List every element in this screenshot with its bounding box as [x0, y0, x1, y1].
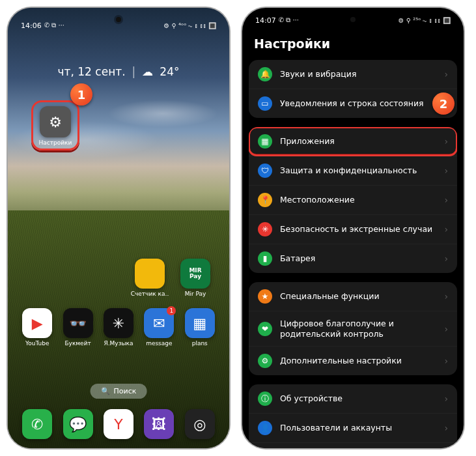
app-Букмейт[interactable]: 👓Букмейт: [59, 308, 98, 347]
weather-temp: 24°: [160, 65, 179, 78]
app-Я.Музыка[interactable]: ✳Я.Музыка: [99, 308, 138, 347]
weather-date: чт, 12 сент.: [58, 65, 126, 78]
app-Счетчик ка..[interactable]: Счетчик ка..: [130, 259, 169, 297]
app-row-1: Счетчик ка..MIR PayMir Pay: [8, 259, 229, 297]
app-label: Mir Pay: [185, 291, 206, 297]
settings-item[interactable]: 🔔Звуки и вибрация›: [249, 60, 457, 89]
settings-item[interactable]: 🛡Защита и конфиденциальность›: [249, 156, 457, 185]
phone-settings: 14:07✆ ⧉ ⋯ ⚙ ⚲ ²⁵ᵒ ⏦ ⫾ ⫾⫾ 🔳 Настройки 2 …: [242, 8, 464, 448]
app-icon: MIR Pay: [180, 259, 210, 289]
chevron-right-icon: ›: [444, 291, 448, 302]
app-icon: 🖼: [144, 409, 174, 439]
app-dock[interactable]: ✆: [18, 409, 57, 439]
status-right-icons: ⚙ ⚲ ⁴ᵒᵒ ⏦ ⫾ ⫾⫾ 🔳: [163, 22, 216, 29]
settings-list: 🔔Звуки и вибрация›▭Уведомления и строка …: [242, 60, 464, 448]
app-message[interactable]: ✉1message: [139, 308, 178, 347]
settings-item[interactable]: ★Специальные функции›: [249, 282, 457, 311]
app-icon: ✳: [104, 308, 133, 338]
app-settings[interactable]: ⚙ Настройки: [31, 100, 79, 150]
settings-item-icon: ❤: [258, 322, 272, 336]
settings-item-icon: ✳: [258, 222, 272, 236]
app-plans[interactable]: ▦plans: [180, 308, 219, 347]
dock: ✆💬Y🖼◎: [8, 409, 229, 439]
chevron-right-icon: ›: [444, 195, 448, 205]
status-time: 14:06: [21, 21, 42, 30]
settings-item-label: Местоположение: [280, 195, 436, 205]
app-label: plans: [192, 340, 208, 347]
app-icon: Y: [104, 409, 133, 439]
app-label: YouTube: [25, 340, 49, 347]
app-icon: 👓: [63, 308, 93, 338]
chevron-right-icon: ›: [444, 224, 448, 235]
chevron-right-icon: ›: [444, 69, 448, 79]
app-label: Я.Музыка: [104, 340, 133, 347]
gear-icon: ⚙: [40, 106, 71, 137]
phone-home: 14:06✆ ⧉ ⋯ ⚙ ⚲ ⁴ᵒᵒ ⏦ ⫾ ⫾⫾ 🔳 чт, 12 сент.…: [8, 8, 229, 448]
app-Mir Pay[interactable]: MIR PayMir Pay: [176, 259, 215, 297]
settings-group: ⓘОб устройстве›👤Пользователи и аккаунты›…: [249, 384, 457, 448]
app-YouTube[interactable]: ▶YouTube: [18, 308, 57, 347]
settings-item-icon: ⚙: [258, 354, 272, 368]
status-time: 14:07: [255, 16, 276, 25]
settings-item-label: Об устройстве: [280, 393, 436, 404]
settings-item[interactable]: ▮Батарея›: [249, 244, 457, 273]
chevron-right-icon: ›: [444, 356, 448, 366]
settings-item-icon: ★: [258, 289, 272, 304]
app-dock[interactable]: 🖼: [139, 409, 178, 439]
settings-item[interactable]: ❤Цифровое благополучие и родительский ко…: [249, 311, 457, 346]
weather-sep: |: [132, 65, 136, 78]
app-dock[interactable]: ◎: [180, 409, 219, 439]
chevron-right-icon: ›: [444, 165, 448, 176]
settings-item-label: Безопасность и экстренные случаи: [280, 224, 436, 235]
app-icon: [135, 259, 165, 289]
app-label: message: [146, 340, 172, 347]
settings-item[interactable]: ▭Уведомления и строка состояния›: [249, 89, 457, 118]
settings-item-label: Дополнительные настройки: [280, 356, 436, 366]
chevron-right-icon: ›: [444, 393, 448, 404]
chevron-right-icon: ›: [444, 423, 448, 433]
settings-item-label: Звуки и вибрация: [280, 69, 436, 79]
settings-item-icon: 🔔: [258, 67, 272, 81]
settings-item[interactable]: 📍Местоположение›: [249, 185, 457, 214]
settings-group: ▦Приложения›🛡Защита и конфиденциальность…: [249, 127, 457, 273]
settings-item[interactable]: ⓘОб устройстве›: [249, 384, 457, 413]
camera-notch: [350, 17, 356, 22]
settings-item-label: Батарея: [280, 253, 436, 264]
settings-item[interactable]: GGoogle›: [249, 442, 457, 448]
search-pill[interactable]: 🔍 Поиск: [91, 384, 147, 399]
settings-item-label: Пользователи и аккаунты: [280, 423, 436, 433]
app-dock[interactable]: 💬: [59, 409, 98, 439]
settings-item[interactable]: 👤Пользователи и аккаунты›: [249, 413, 457, 442]
app-dock[interactable]: Y: [99, 409, 138, 439]
settings-item-icon: 🛡: [258, 164, 272, 178]
settings-item-icon: 👤: [258, 421, 272, 435]
settings-item-label: Приложения: [280, 136, 436, 147]
settings-item-icon: ⓘ: [258, 392, 272, 406]
settings-item[interactable]: ✳Безопасность и экстренные случаи›: [249, 214, 457, 244]
callout-badge-2: 2: [432, 93, 455, 115]
page-title: Настройки: [242, 29, 464, 60]
settings-group: 🔔Звуки и вибрация›▭Уведомления и строка …: [249, 60, 457, 118]
status-bar: 14:06✆ ⧉ ⋯ ⚙ ⚲ ⁴ᵒᵒ ⏦ ⫾ ⫾⫾ 🔳: [8, 13, 229, 34]
settings-item-label: Специальные функции: [280, 291, 436, 302]
weather-widget[interactable]: чт, 12 сент. | ☁ 24°: [8, 65, 229, 78]
app-icon: ✆: [22, 409, 52, 439]
settings-item-icon: ▦: [258, 134, 272, 149]
app-icon: ◎: [185, 409, 215, 439]
settings-item[interactable]: ⚙Дополнительные настройки›: [249, 346, 457, 375]
notification-badge: 1: [167, 306, 176, 315]
settings-item-icon: 📍: [258, 193, 272, 207]
status-left-icons: ✆ ⧉ ⋯: [44, 21, 65, 29]
app-icon: ▶: [22, 308, 52, 338]
search-icon: 🔍: [101, 387, 110, 395]
settings-item-label: Цифровое благополучие и родительский кон…: [280, 319, 436, 339]
app-icon: 💬: [63, 409, 93, 439]
callout-badge-1: 1: [70, 83, 92, 106]
settings-item-label: Уведомления и строка состояния: [280, 98, 436, 109]
settings-item-label: Защита и конфиденциальность: [280, 165, 436, 176]
app-icon: ▦: [185, 308, 215, 338]
weather-icon: ☁: [142, 65, 153, 78]
status-left-icons: ✆ ⧉ ⋯: [279, 16, 300, 24]
settings-item[interactable]: ▦Приложения›: [249, 127, 457, 156]
search-placeholder: Поиск: [114, 387, 137, 395]
